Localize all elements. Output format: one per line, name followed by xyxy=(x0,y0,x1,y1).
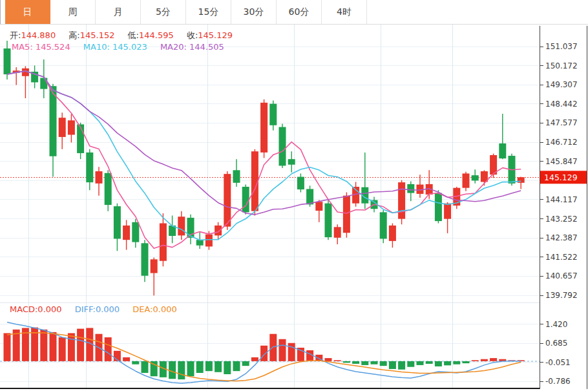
candle-body xyxy=(315,202,322,211)
app-window: 日周月5分15分30分60分4时 开:144.880 高:145.152 低:1… xyxy=(0,0,588,391)
current-price-text: 145.129 xyxy=(544,173,578,182)
candle-body xyxy=(499,143,506,158)
candle-body xyxy=(224,174,231,226)
y-axis-label: -0.786 xyxy=(545,377,571,386)
macd-bar xyxy=(205,361,213,371)
candle-body xyxy=(178,217,185,235)
candle-body xyxy=(389,226,396,241)
macd-bar xyxy=(435,361,442,366)
candle-body xyxy=(242,187,249,212)
tab-日[interactable]: 日 xyxy=(5,0,50,24)
candle-body xyxy=(472,175,479,180)
macd-bar xyxy=(334,360,341,361)
candle-body xyxy=(160,223,167,260)
candle-body xyxy=(4,48,11,74)
candle-body xyxy=(132,222,139,242)
macd-bar xyxy=(380,361,387,366)
macd-bar xyxy=(279,339,286,361)
candle-body xyxy=(306,189,313,204)
macd-bar xyxy=(361,361,368,365)
macd-bar xyxy=(68,333,75,361)
macd-bar xyxy=(490,358,497,361)
candle-body xyxy=(463,173,470,187)
macd-bar xyxy=(306,350,313,361)
macd-bar xyxy=(481,359,488,361)
macd-bar xyxy=(260,346,268,361)
kline-chart[interactable]: 151.037150.172149.307148.442147.577146.7… xyxy=(0,25,588,391)
candle-body xyxy=(215,226,222,235)
macd-bar xyxy=(242,361,249,366)
macd-bar xyxy=(233,361,240,371)
candle-body xyxy=(196,240,204,246)
macd-bar xyxy=(187,361,194,376)
candle-body xyxy=(233,170,240,183)
tab-周[interactable]: 周 xyxy=(50,0,96,24)
macd-bar xyxy=(251,357,258,361)
tab-60分[interactable]: 60分 xyxy=(277,0,322,24)
candle-body xyxy=(435,193,442,221)
macd-bar xyxy=(352,361,359,364)
macd-bar xyxy=(398,361,405,370)
y-axis-label: 139.792 xyxy=(545,291,578,300)
candle-body xyxy=(86,153,93,182)
candle-body xyxy=(123,226,130,240)
macd-bar xyxy=(453,361,460,365)
macd-bar xyxy=(142,361,149,373)
macd-bar xyxy=(288,343,295,361)
candle-body xyxy=(205,235,213,247)
y-axis-label: 151.037 xyxy=(545,42,578,51)
macd-bar xyxy=(389,361,396,369)
macd-bar xyxy=(50,332,57,361)
y-axis-label: 140.657 xyxy=(545,271,578,280)
macd-bar xyxy=(40,330,47,361)
candle-body xyxy=(77,124,84,153)
candle-body xyxy=(343,196,350,233)
y-axis-label: 0.685 xyxy=(545,339,567,348)
candle-body xyxy=(114,206,121,238)
tab-5分[interactable]: 5分 xyxy=(141,0,186,24)
y-axis-label: 141.522 xyxy=(545,253,578,262)
tab-4时[interactable]: 4时 xyxy=(322,0,367,24)
macd-bar xyxy=(178,361,185,379)
macd-bar xyxy=(105,337,112,361)
macd-bar xyxy=(269,334,277,361)
macd-bar xyxy=(463,361,470,363)
candle-body xyxy=(288,159,295,165)
tab-30分[interactable]: 30分 xyxy=(231,0,277,24)
y-axis-label: 1.420 xyxy=(545,320,567,329)
candle-body xyxy=(518,177,525,183)
candle-body xyxy=(96,171,103,184)
candle-body xyxy=(151,259,158,273)
y-axis-label: 143.252 xyxy=(545,215,578,224)
candle-body xyxy=(407,184,414,193)
macd-bar xyxy=(325,358,332,361)
candle-body xyxy=(40,78,47,89)
macd-bar xyxy=(4,333,11,361)
y-axis-label: -0.051 xyxy=(545,358,571,367)
macd-bar xyxy=(444,361,451,365)
macd-bar xyxy=(215,361,222,372)
y-axis-label: 148.442 xyxy=(545,100,578,109)
macd-bar xyxy=(472,360,479,361)
tab-月[interactable]: 月 xyxy=(96,0,141,24)
candle-body xyxy=(334,227,341,237)
macd-bar xyxy=(77,329,84,361)
y-axis-label: 150.172 xyxy=(545,61,578,70)
candle-body xyxy=(398,182,405,219)
candle-body xyxy=(50,86,57,156)
ma5-line xyxy=(7,71,521,248)
macd-bar xyxy=(196,361,204,373)
tab-15分[interactable]: 15分 xyxy=(186,0,231,24)
y-axis-label: 146.712 xyxy=(545,138,578,147)
macd-bar xyxy=(59,337,66,361)
period-tabbar: 日周月5分15分30分60分4时 xyxy=(0,0,588,25)
y-axis-label: 142.387 xyxy=(545,233,578,242)
candle-body xyxy=(260,103,268,153)
candle-body xyxy=(269,104,277,125)
macd-bar xyxy=(132,361,139,365)
y-axis-label: 147.577 xyxy=(545,118,578,127)
candle-body xyxy=(325,204,332,237)
candle-body xyxy=(59,118,66,137)
candle-body xyxy=(279,127,286,166)
y-axis-label: 145.847 xyxy=(545,157,578,166)
